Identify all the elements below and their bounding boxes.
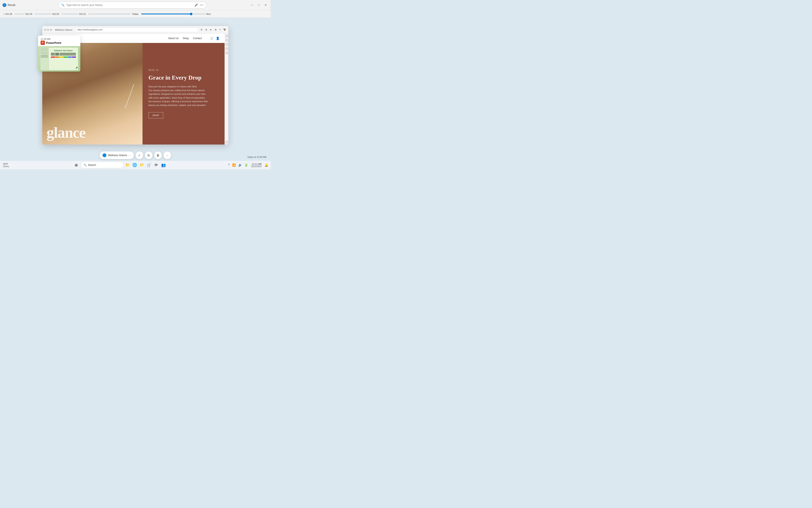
browser-address-bar[interactable]: https://wellnessglance.com (75, 28, 198, 32)
notification-icon[interactable]: 🔔 (264, 163, 269, 167)
taskbar-center: ⊞ 🔍 Search 📁 🌐 📁 🛒 ⟳ 👥 (12, 161, 227, 169)
powerpoint-popup[interactable]: 11:45 AM P PowerPoint Enhance Your Decor (38, 36, 80, 72)
browser-action-1[interactable]: ⚙ (199, 28, 204, 32)
pill-more-button[interactable]: ··· (129, 154, 131, 157)
edge-sidebar-btn-1[interactable] (225, 35, 228, 37)
timeline-oct20-label: Oct 20 (52, 13, 61, 15)
timeline-now-label: Now (206, 13, 211, 15)
cart-icon[interactable]: 🛒 (210, 37, 214, 40)
browser-chrome: Wellness Glance https://wellnessglance.c… (42, 26, 228, 34)
timeline-today[interactable]: Today (132, 13, 205, 15)
timeline-oct18-label: Oct 18 (5, 13, 14, 15)
edge-sidebar-spacer (225, 141, 228, 144)
edge-sidebar-btn-4[interactable] (225, 47, 228, 50)
hero-shop-button[interactable]: SHOP (148, 112, 163, 119)
ppt-main-slide: Enhance Your Decor (50, 49, 77, 69)
pill-app-icon: 🌐 (102, 154, 106, 157)
system-tray-chevron[interactable]: ^ (227, 163, 230, 167)
taskbar-left: 78°F Sunny (2, 163, 12, 168)
recall-logo: ⟳ Recall (3, 3, 15, 7)
taskbar-app-teams[interactable]: 👥 (160, 162, 167, 168)
traffic-dot-3 (50, 29, 52, 31)
popup-app-row: P PowerPoint (41, 41, 78, 45)
code-icon[interactable]: </> (199, 3, 204, 7)
edge-sidebar-btn-3[interactable] (225, 43, 228, 46)
clock-time: 11:11 AM (252, 163, 262, 165)
edge-sidebar-btn-5[interactable] (225, 51, 228, 54)
browser-edge-icon[interactable]: 🦅 (223, 28, 227, 32)
more-options-button[interactable]: ··· (164, 152, 171, 159)
hero-headline: Grace in Every Drop (148, 74, 219, 81)
recall-icon: ⟳ (3, 3, 6, 7)
ppt-slide-panel (40, 48, 49, 70)
timeline-bar-today (141, 13, 192, 14)
voice-search-icon[interactable]: 🎤 (194, 3, 198, 7)
edge-sidebar-btn-2[interactable] (225, 39, 228, 42)
timeline-bar-oct19 (35, 13, 51, 14)
taskbar-clock[interactable]: 11:11 AM 10/22/2024 (250, 163, 263, 168)
hero-badge: NEW IN (148, 69, 219, 71)
taskbar-app-icons: 📁 🌐 📁 🛒 ⟳ 👥 (124, 162, 167, 168)
start-button[interactable]: ⊞ (73, 161, 80, 169)
popup-thumbnail[interactable]: Enhance Your Decor (38, 46, 80, 72)
ppt-slide-thumb-1 (41, 48, 48, 51)
copy-button[interactable]: ⧉ (145, 152, 152, 159)
timeline-bar-oct18 (14, 13, 25, 14)
nav-contact[interactable]: Contact (193, 37, 202, 40)
tab-title: Wellness Glance (53, 29, 74, 31)
volume-icon[interactable]: 🔊 (237, 163, 243, 167)
nav-icons: 🛒 👤 (210, 37, 220, 40)
ppt-img-2 (55, 53, 59, 56)
maximize-button[interactable]: □ (256, 3, 261, 8)
account-icon[interactable]: 👤 (216, 37, 220, 40)
timeline-oct20[interactable]: Oct 20 (52, 13, 78, 15)
close-button[interactable]: ✕ (263, 3, 268, 8)
traffic-dot-2 (47, 29, 49, 31)
popup-app-name: PowerPoint (46, 41, 61, 44)
taskbar-app-files[interactable]: 📁 (124, 162, 131, 168)
recall-search-bar[interactable]: 🔍 🎤 </> (58, 2, 207, 8)
browser-action-2[interactable]: ⊕ (204, 28, 208, 32)
taskbar-right: ^ 📶 🔊 🔋 11:11 AM 10/22/2024 🔔 (227, 163, 269, 168)
timeline-bar-oct21 (88, 13, 131, 14)
timeline-back-arrow[interactable]: ‹ (3, 12, 4, 16)
timeline-oct21-label: Oct 21 (79, 13, 88, 15)
timeline: ‹ Oct 18 Oct 19 Oct 20 Oct 21 Today Now (0, 10, 271, 18)
app-pill: 🌐 Wellness Glance ··· (100, 152, 134, 159)
hero-right-section: NEW IN Grace in Every Drop Discover the … (142, 43, 225, 144)
timeline-oct19[interactable]: Oct 19 (26, 13, 51, 15)
nav-about[interactable]: About Us (168, 37, 178, 40)
taskbar-app-edge[interactable]: 🌐 (131, 162, 138, 168)
nav-shop[interactable]: Shop (183, 37, 189, 40)
ppt-img-3 (59, 53, 76, 56)
clock-date: 10/22/2024 (251, 165, 262, 168)
hero-text-overlay: glance (42, 121, 142, 144)
timeline-oct19-label: Oct 19 (26, 13, 34, 15)
search-input[interactable] (66, 4, 193, 7)
timeline-bar-today-end (193, 13, 205, 14)
network-icon[interactable]: 📶 (231, 163, 237, 167)
weather-condition: Sunny (3, 165, 9, 168)
browser-action-3[interactable]: ★ (209, 28, 213, 32)
expand-button[interactable]: ⤢ (136, 152, 143, 159)
timeline-oct18[interactable]: Oct 18 (5, 13, 25, 15)
pill-app-name: Wellness Glance (108, 154, 127, 157)
taskbar-search[interactable]: 🔍 Search (81, 162, 123, 168)
hero-glance-text: glance (47, 125, 138, 140)
battery-icon[interactable]: 🔋 (243, 163, 249, 167)
ppt-rainbow-bar (51, 56, 76, 58)
minimize-button[interactable]: — (250, 3, 255, 8)
taskbar-app-store[interactable]: 🛒 (146, 162, 152, 168)
delete-button[interactable]: 🗑 (154, 152, 162, 159)
timeline-today-label: Today (132, 13, 141, 15)
popup-time: 11:45 AM (41, 38, 78, 40)
edge-sidebar-settings[interactable] (225, 141, 228, 144)
ppt-slide-thumb-2 (41, 51, 48, 54)
browser-action-4[interactable]: ⊞ (214, 28, 217, 32)
timeline-oct21[interactable]: Oct 21 (79, 13, 131, 15)
cursor-pointer: ↗ (75, 66, 78, 70)
taskbar-app-explorer[interactable]: 📁 (138, 162, 145, 168)
taskbar-app-recall[interactable]: ⟳ (153, 162, 160, 168)
browser-action-5[interactable]: ✎ (218, 28, 222, 32)
bottom-toolbar: 🌐 Wellness Glance ··· ⤢ ⧉ 🗑 ··· (100, 152, 171, 159)
